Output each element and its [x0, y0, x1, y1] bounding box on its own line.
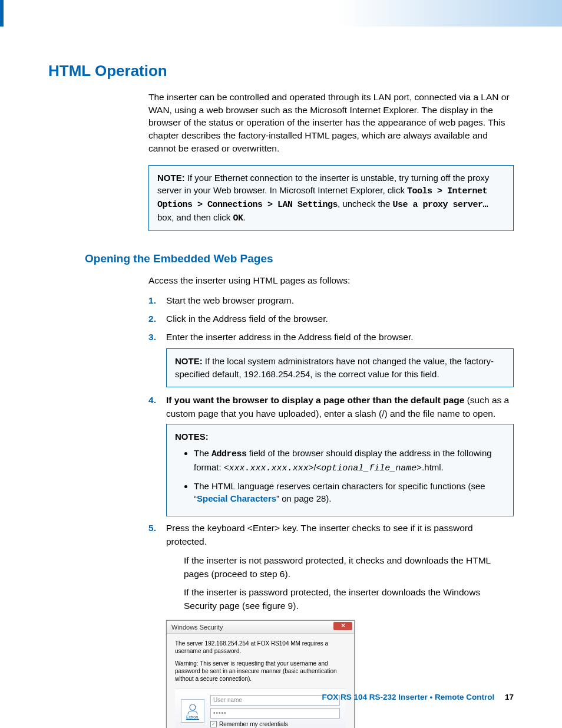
top-bar: [0, 0, 562, 27]
access-text: Access the inserter using HTML pages as …: [148, 274, 514, 287]
note-box-2: NOTE: If the local system administrators…: [166, 348, 514, 387]
notes-bullet-1: The Address field of the browser should …: [194, 447, 505, 475]
note-text: If the local system administrators have …: [175, 356, 494, 379]
remember-checkbox[interactable]: ✓ Remember my credentials: [210, 721, 340, 727]
page-footer: FOX RS 104 RS-232 Inserter • Remote Cont…: [322, 693, 514, 701]
step-2: Click in the Address field of the browse…: [148, 312, 514, 325]
dialog-titlebar: Windows Security ✕: [167, 621, 354, 634]
username-input[interactable]: User name: [210, 695, 340, 706]
step-4: If you want the browser to display a pag…: [148, 393, 514, 516]
note-label: NOTE:: [175, 356, 203, 366]
password-input[interactable]: •••••: [210, 708, 340, 719]
notes-label: NOTES:: [175, 431, 209, 442]
step-5: Press the keyboard <Enter> key. The inse…: [148, 521, 514, 613]
close-icon[interactable]: ✕: [333, 622, 352, 630]
steps-list: Start the web browser program. Click in …: [148, 294, 514, 613]
avatar-icon: Extron.: [181, 699, 204, 723]
note-label: NOTE:: [157, 173, 185, 183]
dialog-warning: Warning: This server is requesting that …: [175, 660, 346, 683]
special-chars-link[interactable]: Special Characters: [197, 493, 276, 503]
step-1: Start the web browser program.: [148, 294, 514, 307]
figure-9: Windows Security ✕ The server 192.168.25…: [166, 620, 514, 728]
dialog-message: The server 192.168.254.254 at FOX RS104 …: [175, 640, 346, 655]
heading-2: Opening the Embedded Web Pages: [85, 252, 514, 265]
heading-1: HTML Operation: [48, 62, 514, 80]
note-text: If your Ethernet connection to the inser…: [157, 173, 489, 222]
svg-point-0: [190, 704, 196, 710]
note-box-1: NOTE: If your Ethernet connection to the…: [148, 165, 514, 231]
credentials-panel: Extron. User name ••••• ✓ Remember my cr…: [175, 689, 346, 728]
notes-bullet-2: The HTML language reserves certain chara…: [194, 480, 505, 506]
checkbox-icon[interactable]: ✓: [210, 721, 217, 727]
windows-security-dialog: Windows Security ✕ The server 192.168.25…: [166, 620, 355, 728]
notes-block: NOTES: The Address field of the browser …: [166, 424, 514, 516]
intro-paragraph: The inserter can be controlled and opera…: [148, 91, 514, 154]
step-3: Enter the inserter address in the Addres…: [148, 330, 514, 387]
